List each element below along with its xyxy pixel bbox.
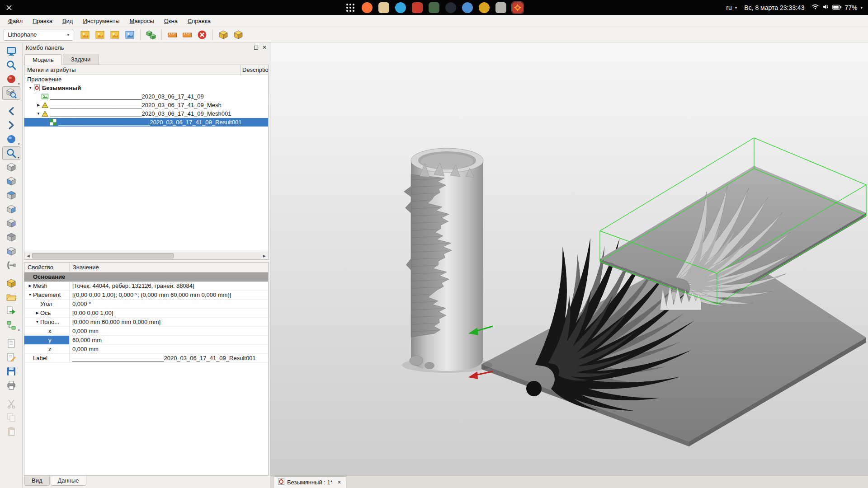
scroll-left-icon[interactable]: ◀: [24, 254, 32, 258]
std-views-icon[interactable]: [2, 44, 20, 58]
right-view-icon[interactable]: [2, 202, 20, 216]
calculator-icon[interactable]: [428, 2, 440, 14]
box-zoom-icon[interactable]: [2, 86, 20, 100]
property-row[interactable]: ▶Mesh[Точек: 44044, рёбер: 132126, гране…: [24, 282, 268, 291]
menu-item-5[interactable]: Окна: [160, 16, 182, 26]
draw-style-icon[interactable]: ▾: [2, 72, 20, 86]
menu-item-1[interactable]: Правка: [28, 16, 57, 26]
video-icon[interactable]: [411, 2, 423, 14]
axonometric-view-icon[interactable]: [2, 160, 20, 174]
property-row[interactable]: ▼Placement[(0,00 0,00 1,00); 0,000 °; (0…: [24, 291, 268, 300]
tree-horizontal-scrollbar[interactable]: ◀ ▶: [24, 252, 268, 259]
browser-icon[interactable]: [462, 2, 473, 14]
close-panel-icon[interactable]: ✕: [262, 45, 267, 50]
tools-icon[interactable]: [495, 2, 507, 14]
property-value[interactable]: 60,000 mm: [70, 336, 268, 344]
left-view-icon[interactable]: [2, 244, 20, 258]
property-value[interactable]: [Точек: 44044, рёбер: 132126, граней: 88…: [70, 282, 268, 290]
expand-icon[interactable]: ▶: [35, 103, 42, 107]
abort-icon[interactable]: [195, 28, 209, 42]
tab-Модель[interactable]: Модель: [24, 54, 62, 65]
fit-zoom-icon[interactable]: ▾: [2, 146, 20, 160]
lithophane-image-icon[interactable]: [78, 28, 92, 42]
property-name[interactable]: y: [24, 336, 70, 344]
menu-item-0[interactable]: Файл: [4, 16, 27, 26]
property-name[interactable]: Label: [24, 354, 70, 362]
top-view-icon[interactable]: [2, 188, 20, 202]
property-value[interactable]: [(0,00 0,00 1,00); 0,000 °; (0,000 mm 60…: [70, 291, 268, 299]
messenger-icon[interactable]: [395, 2, 406, 14]
merge-mesh-icon[interactable]: [144, 28, 158, 42]
open-document-icon[interactable]: [2, 291, 20, 304]
edit-doc-icon[interactable]: [2, 351, 20, 364]
property-name[interactable]: z: [24, 345, 70, 353]
save-icon[interactable]: [2, 365, 20, 378]
mesh-cube-icon[interactable]: [231, 28, 245, 42]
property-value[interactable]: [0,000 mm 60,000 mm 0,000 mm]: [70, 318, 268, 326]
property-row[interactable]: ▼Поло...[0,000 mm 60,000 mm 0,000 mm]: [24, 318, 268, 327]
solid-cube-icon[interactable]: [217, 28, 230, 42]
menu-item-3[interactable]: Инструменты: [78, 16, 124, 26]
isometric-icon[interactable]: ▾: [2, 132, 20, 146]
property-name[interactable]: Угол: [24, 300, 70, 308]
tab-Задачи[interactable]: Задачи: [63, 54, 99, 65]
tab-Вид[interactable]: Вид: [24, 476, 50, 486]
expand-icon[interactable]: ▶: [34, 311, 40, 315]
property-row[interactable]: ▶Ось[0,00 0,00 1,00]: [24, 309, 268, 318]
collapse-icon[interactable]: ▼: [27, 86, 33, 90]
scrollbar-thumb[interactable]: [32, 253, 174, 258]
property-name[interactable]: ▶Mesh: [24, 282, 70, 290]
rear-view-icon[interactable]: [2, 216, 20, 230]
freecad-icon[interactable]: [512, 2, 524, 14]
property-row[interactable]: Угол0,000 °: [24, 300, 268, 309]
nav-back-icon[interactable]: [2, 104, 20, 118]
property-name[interactable]: ▼Поло...: [24, 318, 70, 326]
print-icon[interactable]: [2, 379, 20, 392]
measure-distance-icon[interactable]: [2, 258, 20, 272]
measure-box-icon[interactable]: [165, 28, 179, 42]
property-value[interactable]: 0,000 mm: [70, 345, 268, 353]
apps-grid-icon[interactable]: [344, 2, 356, 14]
float-panel-icon[interactable]: [254, 46, 258, 50]
tree-item[interactable]: ▼____________________________2020_03_06_…: [24, 109, 268, 118]
nav-forward-icon[interactable]: [2, 118, 20, 132]
firefox-icon[interactable]: [361, 2, 373, 14]
property-name[interactable]: ▶Ось: [24, 309, 70, 317]
property-value[interactable]: [0,00 0,00 1,00]: [70, 309, 268, 317]
property-name[interactable]: x: [24, 327, 70, 335]
tree-view-icon[interactable]: ▾: [2, 319, 20, 332]
measure-plate-icon[interactable]: [180, 28, 194, 42]
property-value[interactable]: 0,000 °: [70, 300, 268, 308]
document-tab[interactable]: Безымянный : 1* ✕: [273, 476, 346, 488]
property-row[interactable]: Label____________________________2020_03…: [24, 354, 268, 363]
tree-item[interactable]: ____________________________2020_03_06_1…: [24, 118, 268, 127]
clock[interactable]: Вс, 8 марта 23:33:43: [744, 4, 804, 11]
front-view-icon[interactable]: [2, 174, 20, 188]
zoom-icon[interactable]: [2, 58, 20, 72]
property-value[interactable]: 0,000 mm: [70, 327, 268, 335]
close-icon[interactable]: [6, 0, 12, 15]
menu-item-4[interactable]: Макросы: [125, 16, 158, 26]
search-app-icon[interactable]: [445, 2, 457, 14]
menu-item-6[interactable]: Справка: [183, 16, 215, 26]
close-tab-icon[interactable]: ✕: [337, 479, 341, 485]
property-value[interactable]: ____________________________2020_03_06_1…: [70, 354, 268, 362]
files-icon[interactable]: [378, 2, 390, 14]
keyboard-layout-indicator[interactable]: ru ▾: [726, 4, 737, 11]
bottom-view-icon[interactable]: [2, 230, 20, 244]
tree-item[interactable]: ▼Безымянный: [24, 84, 268, 92]
part-box-icon[interactable]: [2, 277, 20, 290]
lithophane-viewer-icon[interactable]: [123, 28, 137, 42]
menu-item-2[interactable]: Вид: [58, 16, 78, 26]
tab-Данные[interactable]: Данные: [51, 476, 86, 486]
scroll-right-icon[interactable]: ▶: [260, 254, 268, 258]
property-row[interactable]: z0,000 mm: [24, 345, 268, 354]
game-icon[interactable]: [478, 2, 490, 14]
expand-icon[interactable]: ▶: [27, 284, 33, 288]
property-row[interactable]: x0,000 mm: [24, 327, 268, 336]
collapse-icon[interactable]: ▼: [35, 112, 42, 116]
lithophane-box-icon[interactable]: [93, 28, 107, 42]
lithophane-cylinder-icon[interactable]: [108, 28, 122, 42]
workbench-selector[interactable]: Lithophane ▾: [4, 29, 73, 41]
tree-item[interactable]: ▶____________________________2020_03_06_…: [24, 101, 268, 109]
